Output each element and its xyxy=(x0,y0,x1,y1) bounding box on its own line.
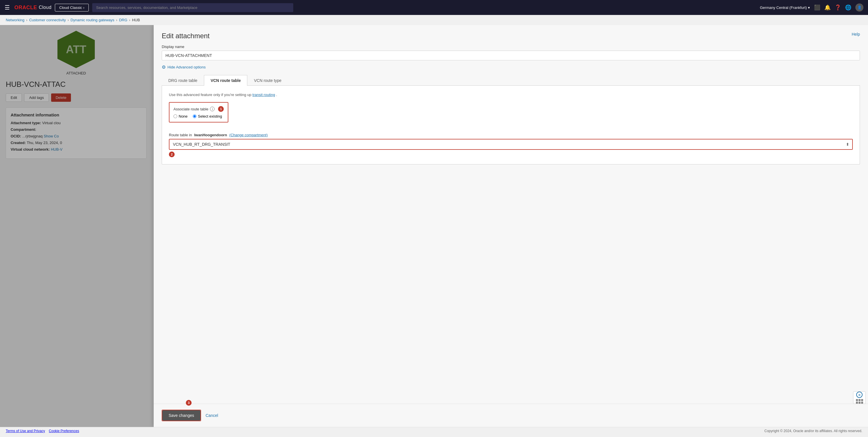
help-dot-3 xyxy=(861,399,863,401)
drawer-body: Display name ⚙ Hide Advanced options DRG… xyxy=(154,45,868,404)
help-dot-2 xyxy=(859,399,861,401)
cookie-prefs-link[interactable]: Cookie Preferences xyxy=(49,429,79,433)
screen-icon[interactable]: ⬛ xyxy=(814,4,820,11)
save-changes-button[interactable]: Save changes xyxy=(162,410,200,420)
route-dropdown-section: Route table in IwanHoogendoorn (Change c… xyxy=(169,133,853,157)
save-btn-box: Save changes xyxy=(162,410,201,421)
main-content: ATT ATTACHED HUB-VCN-ATTAC Edit Add tags… xyxy=(0,25,868,427)
transit-routing-link[interactable]: transit routing xyxy=(252,93,275,97)
step-2-badge: 2 xyxy=(169,151,175,157)
step-1-badge: 1 xyxy=(218,106,224,112)
step-3-badge: 3 xyxy=(186,400,192,406)
tab-bar: DRG route table VCN route table VCN rout… xyxy=(162,75,860,86)
breadcrumb-customer-connectivity[interactable]: Customer connectivity xyxy=(29,18,66,22)
cloud-classic-button[interactable]: Cloud Classic › xyxy=(55,4,89,11)
help-widget[interactable]: ⊕ xyxy=(853,391,866,404)
breadcrumb-drg-item[interactable]: DRG xyxy=(119,18,127,22)
drawer-header: Edit attachment Help xyxy=(154,25,868,45)
route-table-select[interactable]: VCN_HUB_RT_DRG_TRANSIT xyxy=(169,140,852,149)
status-bar: Terms of Use and Privacy Cookie Preferen… xyxy=(0,427,868,435)
region-selector[interactable]: Germany Central (Frankfurt) ▾ xyxy=(760,5,810,10)
display-name-input[interactable] xyxy=(162,51,860,60)
terms-link[interactable]: Terms of Use and Privacy xyxy=(6,429,45,433)
associate-label-text: Associate route table xyxy=(174,107,208,111)
search-input[interactable] xyxy=(92,3,293,12)
breadcrumb-sep-2: › xyxy=(67,18,69,22)
help-dot-4 xyxy=(856,402,858,404)
breadcrumb-sep-4: › xyxy=(129,18,130,22)
cloud-text: Cloud xyxy=(39,5,52,10)
help-link[interactable]: Help xyxy=(851,32,860,36)
nav-right: Germany Central (Frankfurt) ▾ ⬛ 🔔 ❓ 🌐 👤 xyxy=(760,3,863,11)
breadcrumb-sep-3: › xyxy=(116,18,117,22)
associate-info-icon[interactable]: i xyxy=(210,107,215,111)
advanced-options-link[interactable]: ⚙ Hide Advanced options xyxy=(162,64,860,70)
breadcrumb: Networking › Customer connectivity › Dyn… xyxy=(0,15,868,25)
edit-attachment-drawer: Edit attachment Help Display name ⚙ Hide… xyxy=(154,25,868,427)
top-nav: ☰ ORACLE Cloud Cloud Classic › Germany C… xyxy=(0,0,868,15)
tab-info-text-before: Use this advanced feature only if you're… xyxy=(169,93,251,97)
drawer-footer: 3 Save changes Cancel xyxy=(154,404,868,427)
associate-route-table-label: Associate route table i 1 xyxy=(174,106,224,112)
radio-select-existing[interactable]: Select existing xyxy=(193,114,222,118)
route-dropdown-box: VCN_HUB_RT_DRG_TRANSIT ⬍ xyxy=(169,139,853,150)
user-avatar[interactable]: 👤 xyxy=(855,3,863,11)
help-icon[interactable]: ❓ xyxy=(835,4,841,11)
region-label: Germany Central (Frankfurt) xyxy=(760,5,807,10)
display-name-label: Display name xyxy=(162,45,860,49)
help-dot-1 xyxy=(856,399,858,401)
help-dot-5 xyxy=(859,402,861,404)
tab-vcn-route-table[interactable]: VCN route table xyxy=(204,75,247,86)
drawer-title: Edit attachment xyxy=(162,32,210,40)
oracle-text: ORACLE xyxy=(14,5,37,11)
cancel-button[interactable]: Cancel xyxy=(206,413,218,418)
help-dot-6 xyxy=(861,402,863,404)
status-bar-right: Copyright © 2024, Oracle and/or its affi… xyxy=(764,429,862,433)
tab-drg-route-table[interactable]: DRG route table xyxy=(162,75,204,86)
breadcrumb-sep-1: › xyxy=(26,18,27,22)
oracle-logo: ORACLE Cloud xyxy=(14,5,52,11)
radio-none-input[interactable] xyxy=(174,114,177,118)
route-table-in-label: Route table in xyxy=(169,133,192,137)
bell-icon[interactable]: 🔔 xyxy=(824,4,831,11)
radio-group: None Select existing xyxy=(174,114,224,118)
status-bar-left: Terms of Use and Privacy Cookie Preferen… xyxy=(6,429,79,433)
globe-icon[interactable]: 🌐 xyxy=(845,4,851,11)
advanced-options-icon: ⚙ xyxy=(162,64,166,70)
change-compartment-link[interactable]: (Change compartment) xyxy=(229,133,268,137)
radio-none-label: None xyxy=(179,114,188,118)
breadcrumb-current: HUB xyxy=(132,18,140,22)
route-dropdown-label: Route table in IwanHoogendoorn (Change c… xyxy=(169,133,853,137)
help-grid xyxy=(856,399,863,404)
region-chevron: ▾ xyxy=(808,5,810,10)
radio-select-existing-input[interactable] xyxy=(193,114,196,118)
tab-info-text: Use this advanced feature only if you're… xyxy=(169,93,853,97)
associate-route-table-box: Associate route table i 1 None Select ex… xyxy=(169,102,228,122)
breadcrumb-drg[interactable]: Dynamic routing gateways xyxy=(71,18,114,22)
advanced-options-label: Hide Advanced options xyxy=(167,65,206,69)
tab-content-vcn-route-table: Use this advanced feature only if you're… xyxy=(162,86,860,165)
tab-vcn-route-type[interactable]: VCN route type xyxy=(247,75,288,86)
radio-select-existing-label: Select existing xyxy=(198,114,222,118)
radio-none[interactable]: None xyxy=(174,114,188,118)
help-life-ring: ⊕ xyxy=(856,391,863,398)
hamburger-icon[interactable]: ☰ xyxy=(5,4,10,11)
breadcrumb-networking[interactable]: Networking xyxy=(6,18,24,22)
compartment-name: IwanHoogendoorn xyxy=(194,133,227,137)
tab-info-text-end: . xyxy=(276,93,277,97)
